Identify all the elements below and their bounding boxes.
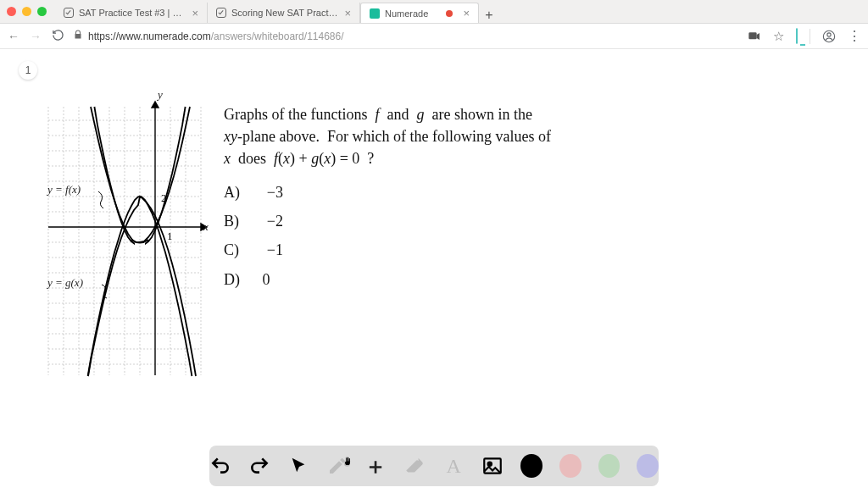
svg-point-36 — [488, 463, 492, 466]
tab-scoring-sat[interactable]: Scoring New SAT Practice Tes × — [208, 3, 360, 23]
browser-titlebar: SAT Practice Test #3 | SAT Su × Scoring … — [0, 0, 868, 24]
question-line-1: Graphs of the functions f and g are show… — [224, 103, 614, 125]
question-line-3: x does f(x) + g(x) = 0 ? — [224, 147, 614, 169]
url-host: https://www.numerade.com — [88, 30, 211, 42]
question-line-2: xy-plane above. For which of the followi… — [224, 125, 614, 147]
color-pink-button[interactable] — [559, 454, 581, 478]
maximize-window-button[interactable] — [37, 7, 47, 16]
redo-button[interactable] — [248, 454, 270, 478]
tab-label: Scoring New SAT Practice Tes — [231, 8, 339, 18]
recording-indicator-icon — [446, 10, 453, 17]
pointer-tool-button[interactable] — [287, 454, 309, 478]
camera-indicator-icon[interactable] — [748, 30, 761, 43]
collegeboard-favicon-icon — [64, 8, 74, 18]
pencil-tool-button[interactable] — [326, 454, 348, 478]
add-tool-button[interactable]: ＋ — [364, 454, 387, 478]
bookmark-star-icon[interactable]: ☆ — [773, 29, 784, 44]
color-green-button[interactable] — [598, 454, 620, 478]
url-path: /answers/whiteboard/114686/ — [211, 30, 344, 42]
question-text: Graphs of the functions f and g are show… — [224, 103, 614, 297]
address-bar[interactable]: https://www.numerade.com/answers/whitebo… — [73, 30, 739, 42]
numerade-favicon-icon — [370, 8, 380, 19]
text-tool-button[interactable]: A — [442, 454, 465, 478]
tab-sat-practice-3[interactable]: SAT Practice Test #3 | SAT Su × — [55, 3, 208, 23]
mouse-cursor-icon — [342, 456, 353, 468]
back-button[interactable]: ← — [7, 30, 20, 43]
tab-strip: SAT Practice Test #3 | SAT Su × Scoring … — [55, 0, 861, 23]
tab-close-icon[interactable]: × — [192, 8, 198, 19]
lock-icon — [73, 30, 83, 42]
answer-c[interactable]: C)−1 — [224, 239, 614, 261]
reload-button[interactable] — [51, 29, 64, 44]
tab-close-icon[interactable]: × — [344, 8, 351, 19]
answer-b[interactable]: B)−2 — [224, 210, 614, 232]
color-black-button[interactable] — [520, 454, 542, 478]
collegeboard-favicon-icon — [216, 8, 226, 18]
slide-number-badge[interactable]: 1 — [19, 61, 37, 80]
whiteboard-toolbar: ＋ A — [209, 446, 659, 486]
color-purple-button[interactable] — [637, 454, 659, 478]
question-graph: 2 1 — [32, 91, 210, 379]
tab-close-icon[interactable]: × — [463, 8, 470, 19]
kebab-menu-icon[interactable]: ⋮ — [848, 28, 861, 44]
page-content: 1 — [0, 49, 868, 493]
toolbar-right: ☆ ⋮ — [748, 28, 861, 44]
image-tool-button[interactable] — [481, 454, 504, 478]
new-tab-button[interactable]: + — [479, 8, 499, 23]
eraser-tool-button[interactable] — [403, 454, 426, 478]
answer-d[interactable]: D)0 — [224, 269, 614, 291]
forward-button[interactable]: → — [29, 30, 42, 43]
minimize-window-button[interactable] — [22, 7, 31, 16]
svg-rect-0 — [748, 32, 756, 39]
whiteboard-canvas[interactable]: 2 1 — [8, 90, 860, 493]
close-window-button[interactable] — [7, 7, 16, 16]
undo-button[interactable] — [209, 454, 231, 478]
profile-avatar-icon[interactable] — [822, 30, 836, 43]
tab-label: Numerade — [385, 8, 446, 19]
window-controls — [7, 7, 47, 16]
tab-label: SAT Practice Test #3 | SAT Su — [79, 8, 186, 18]
cast-screen-icon[interactable] — [796, 29, 798, 44]
svg-point-2 — [827, 32, 831, 36]
toolbar-divider — [810, 29, 810, 44]
tab-numerade[interactable]: Numerade × — [360, 3, 479, 23]
answer-list: A)−3 B)−2 C)−1 D)0 — [224, 181, 614, 290]
answer-a[interactable]: A)−3 — [224, 181, 614, 203]
browser-toolbar: ← → https://www.numerade.com/answers/whi… — [0, 24, 868, 49]
